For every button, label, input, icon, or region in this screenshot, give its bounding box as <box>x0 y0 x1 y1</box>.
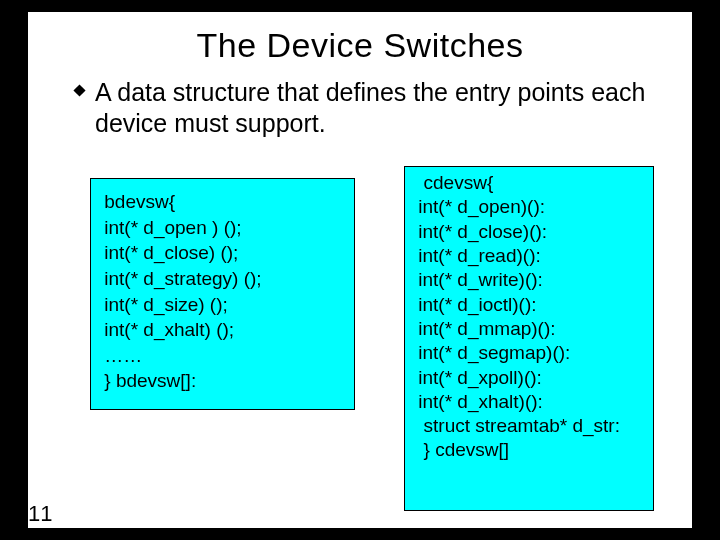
bullet-item: A data structure that defines the entry … <box>72 77 652 138</box>
slide-stage: The Device Switches A data structure tha… <box>0 0 720 540</box>
diamond-bullet-icon <box>72 83 87 98</box>
slide-title: The Device Switches <box>28 26 692 65</box>
bullet-text: A data structure that defines the entry … <box>95 77 652 138</box>
code-area: bdevsw{ int(* d_open ) (); int(* d_close… <box>28 172 692 528</box>
svg-rect-0 <box>73 84 85 96</box>
bdevsw-code-box: bdevsw{ int(* d_open ) (); int(* d_close… <box>90 178 355 410</box>
slide: The Device Switches A data structure tha… <box>28 12 692 528</box>
cdevsw-code-box: cdevsw{ int(* d_open)(): int(* d_close)(… <box>404 166 654 511</box>
page-number: 11 <box>28 501 52 527</box>
